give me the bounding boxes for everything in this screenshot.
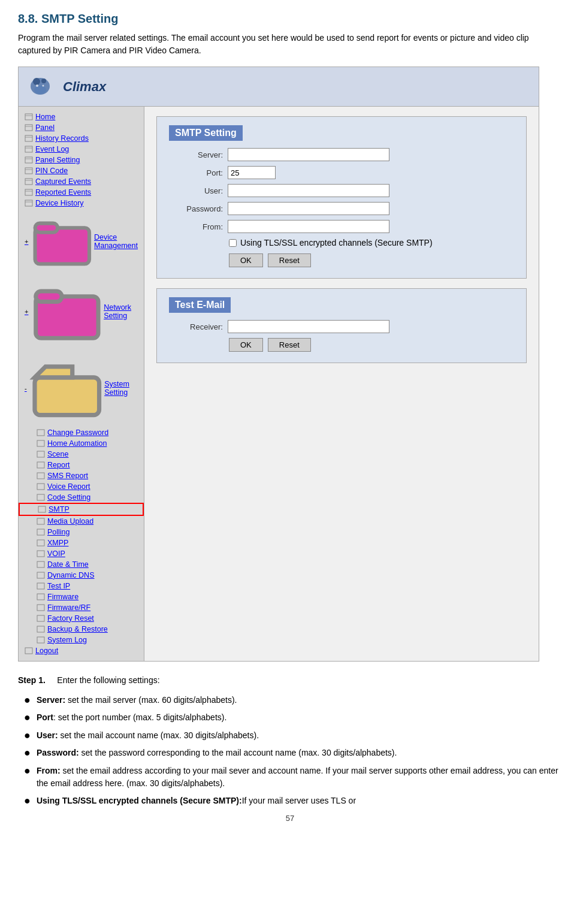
sidebar-item-media-upload[interactable]: Media Upload [19,516,144,527]
sidebar-item-test-ip[interactable]: Test IP [19,581,144,591]
sidebar-item-panel[interactable]: Panel [19,122,144,133]
sidebar-item-xmpp[interactable]: XMPP [19,538,144,548]
page-icon [37,571,45,579]
page-icon [37,450,45,458]
svg-point-4 [36,84,38,87]
expand-icon: + [25,238,28,245]
sidebar-item-voice-report[interactable]: Voice Report [19,481,144,492]
sidebar-item-change-password[interactable]: Change Password [19,427,144,438]
page-icon [37,528,45,536]
sidebar-item-smtp[interactable]: SMTP [19,503,144,516]
sidebar-item-history-records[interactable]: History Records [19,133,144,144]
intro-text: Program the mail server related settings… [18,32,562,57]
sidebar-item-code-setting[interactable]: Code Setting [19,492,144,503]
sidebar-item-firmware-rf[interactable]: Firmware/RF [19,602,144,613]
svg-rect-10 [25,135,32,141]
from-input[interactable] [228,220,389,233]
receiver-row: Receiver: [169,320,514,333]
test-email-section: Test E-Mail Receiver: OK Reset [156,288,527,363]
receiver-input[interactable] [228,320,389,333]
test-email-reset-button[interactable]: Reset [268,338,311,352]
climax-logo-icon [28,73,58,100]
sidebar-item-logout[interactable]: Logout [19,645,144,656]
list-item: ● Server: set the mail server (max. 60 d… [24,694,562,707]
sidebar-item-reported-events[interactable]: Reported Events [19,187,144,198]
server-bullet-bold: Server: [37,695,65,705]
svg-rect-47 [37,626,44,632]
sidebar-item-home-automation[interactable]: Home Automation [19,438,144,449]
port-bullet-text: : set the port number (max. 5 digits/alp… [53,712,226,722]
svg-point-1 [33,78,40,85]
tls-bullet: Using TLS/SSL encrypted channels (Secure… [37,795,562,807]
from-row: From: [169,220,514,233]
sidebar-item-scene[interactable]: Scene [19,449,144,460]
smtp-ok-button[interactable]: OK [229,253,263,267]
sidebar-item-network-setting[interactable]: + Network Setting [19,274,144,350]
page-icon [37,461,45,469]
sidebar-item-polling[interactable]: Polling [19,527,144,538]
sidebar-item-report[interactable]: Report [19,460,144,470]
sidebar-item-firmware[interactable]: Firmware [19,591,144,602]
user-input[interactable] [228,184,389,197]
tls-checkbox[interactable] [229,239,237,247]
smtp-reset-button[interactable]: Reset [268,253,311,267]
sidebar-item-dynamic-dns[interactable]: Dynamic DNS [19,570,144,581]
page-icon [25,134,33,143]
sidebar-item-device-history[interactable]: Device History [19,198,144,209]
page-icon [37,593,45,601]
svg-rect-49 [25,648,32,654]
sidebar-item-device-management[interactable]: + Device Management [19,209,144,274]
svg-rect-44 [37,594,44,600]
sidebar-item-panel-setting[interactable]: Panel Setting [19,155,144,165]
svg-rect-48 [37,637,44,643]
sidebar-item-captured-events[interactable]: Captured Events [19,176,144,187]
tls-bullet-text: If your mail server uses TLS or [242,796,356,805]
svg-rect-16 [25,168,32,174]
password-bullet-bold: Password: [37,748,79,757]
password-label: Password: [169,204,223,213]
page-icon [37,539,45,547]
svg-rect-33 [37,473,44,479]
page-icon [25,188,33,197]
svg-rect-38 [37,529,44,535]
svg-point-5 [43,85,44,87]
sidebar-item-system-setting[interactable]: - System Setting [19,349,144,427]
sidebar-item-event-log[interactable]: Event Log [19,144,144,155]
logo-text: Climax [63,79,106,95]
sidebar-item-pin-code[interactable]: PIN Code [19,165,144,176]
sidebar-item-home[interactable]: Home [19,111,144,122]
page-icon [37,482,45,491]
logo-area: Climax [28,73,106,100]
password-input[interactable] [228,202,389,215]
from-bullet-bold: From: [37,766,61,775]
port-label: Port: [169,168,223,177]
port-input[interactable] [228,166,276,179]
user-label: User: [169,186,223,195]
svg-rect-45 [37,605,44,611]
svg-rect-18 [25,179,32,185]
sidebar-item-backup-restore[interactable]: Backup & Restore [19,624,144,635]
page-icon [25,647,33,655]
user-row: User: [169,184,514,197]
password-bullet: Password: set the password corresponding… [37,747,562,759]
bullet-icon: ● [24,711,31,724]
svg-rect-35 [37,494,44,500]
list-item: ● From: set the email address according … [24,765,562,790]
test-email-ok-button[interactable]: OK [229,338,263,352]
sidebar-item-factory-reset[interactable]: Factory Reset [19,613,144,624]
server-input[interactable] [228,148,389,161]
sidebar-item-date-time[interactable]: Date & Time [19,559,144,570]
user-bullet-bold: User: [37,730,58,740]
collapse-icon: - [25,385,27,392]
test-email-title: Test E-Mail [169,297,231,313]
from-bullet-text: set the email address according to your … [37,766,558,788]
user-bullet: User: set the mail account name (max. 30… [37,729,562,742]
page-icon [37,636,45,644]
svg-rect-34 [37,484,44,490]
page-icon [37,428,45,437]
sidebar-item-voip[interactable]: VOIP [19,548,144,559]
sidebar-item-sms-report[interactable]: SMS Report [19,470,144,481]
page-icon [25,167,33,175]
sidebar-item-system-log[interactable]: System Log [19,635,144,645]
page-number: 57 [18,814,562,823]
